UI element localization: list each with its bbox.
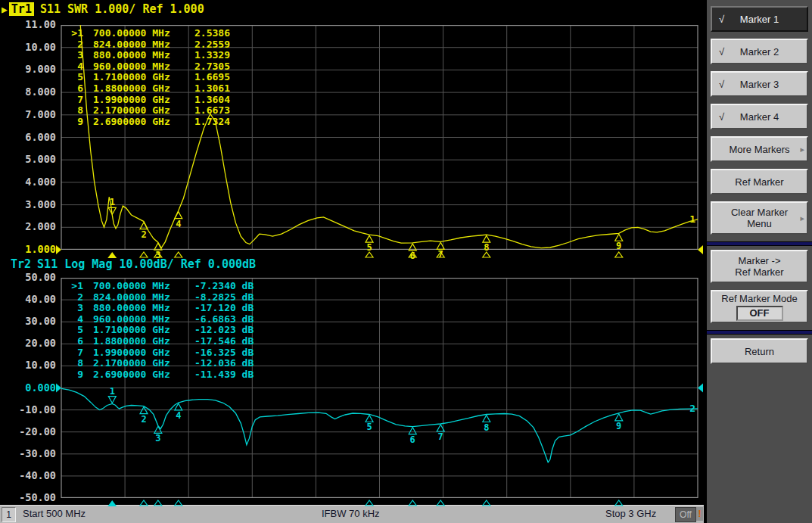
- menu-button-label: Marker 3: [740, 79, 779, 90]
- vna-application: ▶Tr1S11 SWR 1.000/ Ref 1.000 11.0010.009…: [0, 0, 812, 523]
- trace2-header: Tr2S11 Log Mag 10.00dB/ Ref 0.000dB: [11, 257, 256, 271]
- menu-button-return[interactable]: Return: [711, 338, 808, 364]
- y-axis-label: 20.00: [0, 337, 56, 349]
- active-trace-arrow-icon: ▶: [2, 4, 8, 15]
- marker-table-row: >1700.00000 MHz-7.2340 dB: [67, 281, 254, 292]
- marker-table-row: 2824.00000 MHz-8.2825 dB: [67, 292, 254, 304]
- marker-val: 1.3604: [194, 95, 230, 106]
- menu-button-label: Ref Marker Mode: [721, 293, 797, 304]
- marker-freq: 700.00000 MHz: [93, 281, 182, 292]
- marker-table-row: 61.8800000 GHz-17.546 dB: [67, 336, 254, 347]
- svg-text:9: 9: [616, 421, 621, 431]
- menu-separator: [707, 241, 812, 246]
- marker-val: 2.2559: [194, 39, 230, 51]
- marker-table-row: 71.9900000 GHz-16.325 dB: [67, 347, 254, 359]
- y-axis-label: 1.000: [0, 243, 56, 255]
- marker-freq: 1.9900000 GHz: [93, 347, 182, 359]
- marker-num: 2: [67, 39, 83, 51]
- menu-button-label: Clear Marker Menu: [731, 207, 788, 229]
- marker-table-row: 92.6900000 GHz1.7324: [67, 117, 230, 128]
- menu-button-marker-4[interactable]: √Marker 4: [711, 104, 808, 129]
- menu-button-ref-marker[interactable]: Ref Marker: [711, 169, 808, 195]
- marker-freq: 1.8800000 GHz: [93, 336, 182, 347]
- y-axis-label: 10.00: [0, 41, 56, 53]
- marker-freq: 824.00000 MHz: [93, 292, 182, 304]
- y-axis-label: 30.00: [0, 315, 56, 327]
- marker-val: -16.325 dB: [194, 347, 254, 359]
- marker-freq: 880.00000 MHz: [93, 50, 182, 61]
- submenu-arrow-icon: ▸: [800, 213, 804, 224]
- marker-val: -11.439 dB: [194, 369, 254, 381]
- marker-table-row: 51.7100000 GHz1.6695: [67, 72, 230, 83]
- trace1-format: S11 SWR 1.000/ Ref 1.000: [40, 2, 204, 16]
- start-frequency-label: Start 500 MHz: [23, 508, 86, 519]
- menu-separator: [707, 330, 812, 335]
- menu-button-label: Ref Marker: [735, 176, 783, 188]
- marker-val: -8.2825 dB: [194, 292, 254, 304]
- marker-freq: 960.00000 MHz: [93, 314, 182, 325]
- svg-text:4: 4: [176, 219, 181, 229]
- menu-button-marker-3[interactable]: √Marker 3: [711, 71, 808, 97]
- y-axis-label: 11.00: [0, 18, 56, 30]
- y-axis-label: 4.000: [0, 176, 56, 188]
- y-axis-label: 5.000: [0, 153, 56, 165]
- ifbw-label: IFBW 70 kHz: [322, 508, 380, 519]
- svg-text:1: 1: [110, 386, 115, 397]
- trace2-name: Tr2: [11, 257, 31, 271]
- checkmark-icon: √: [719, 46, 724, 58]
- y-axis-label: -20.00: [0, 425, 56, 437]
- marker-table-row: 92.6900000 GHz-11.439 dB: [67, 369, 254, 381]
- marker-table-row: 2824.00000 MHz2.2559: [67, 39, 230, 51]
- marker-num: 4: [67, 314, 83, 325]
- menu-button-label: More Markers: [729, 144, 789, 155]
- submenu-arrow-icon: ▸: [800, 144, 804, 155]
- marker-freq: 1.9900000 GHz: [93, 95, 182, 106]
- menu-button-label: Return: [745, 346, 774, 357]
- svg-text:7: 7: [438, 431, 443, 442]
- menu-button-marker-1[interactable]: √Marker 1: [711, 6, 808, 32]
- trace-end-label: 2: [689, 403, 695, 414]
- marker-val: -12.036 dB: [194, 358, 254, 369]
- y-axis-label: 9.000: [0, 63, 56, 75]
- menu-button-marker-ref-marker[interactable]: Marker -> Ref Marker: [711, 250, 808, 283]
- y-axis-label: -50.00: [0, 491, 56, 503]
- trace2-marker-table: >1700.00000 MHz-7.2340 dB2824.00000 MHz-…: [67, 281, 254, 380]
- marker-num: 7: [67, 95, 83, 106]
- marker-val: 2.7305: [194, 61, 230, 73]
- menu-button-more-markers[interactable]: More Markers▸: [711, 136, 808, 162]
- y-axis-label: 0.000: [0, 381, 56, 394]
- svg-text:5: 5: [366, 422, 372, 432]
- marker-val: 1.6673: [194, 105, 230, 117]
- menu-button-value: OFF: [736, 306, 783, 321]
- marker-freq: 2.6900000 GHz: [93, 369, 182, 381]
- marker-num: 5: [67, 72, 83, 83]
- marker-table-row: 4960.00000 MHz-6.6863 dB: [67, 314, 254, 325]
- menu-button-marker-2[interactable]: √Marker 2: [711, 39, 808, 64]
- marker-val: 1.3329: [194, 50, 230, 61]
- marker-val: 1.7324: [194, 117, 230, 128]
- y-axis-label: 6.000: [0, 131, 56, 143]
- vna-screen: ▶Tr1S11 SWR 1.000/ Ref 1.000 11.0010.009…: [0, 0, 704, 505]
- svg-text:2: 2: [141, 229, 146, 240]
- checkmark-icon: √: [719, 111, 724, 123]
- y-axis-label: -40.00: [0, 469, 56, 481]
- menu-button-ref-marker-mode[interactable]: Ref Marker ModeOFF: [711, 290, 808, 323]
- trace1-marker-table: >1700.00000 MHz2.53862824.00000 MHz2.255…: [67, 28, 230, 127]
- marker-val: -6.6863 dB: [194, 314, 254, 325]
- marker-num: 9: [67, 369, 83, 381]
- marker-table-row: 3880.00000 MHz1.3329: [67, 50, 230, 61]
- trace1-name: Tr1: [9, 2, 34, 16]
- marker-table-row: 61.8800000 GHz1.3061: [67, 83, 230, 95]
- marker-freq: 1.7100000 GHz: [93, 72, 182, 83]
- menu-button-clear-marker-menu[interactable]: Clear Marker Menu▸: [711, 201, 808, 235]
- y-axis-label: 7.000: [0, 108, 56, 120]
- marker-num: 7: [67, 347, 83, 359]
- checkmark-icon: √: [719, 79, 724, 90]
- stop-frequency-label: Stop 3 GHz: [605, 508, 656, 519]
- marker-freq: 824.00000 MHz: [93, 39, 182, 51]
- trace2-format: S11 Log Mag 10.00dB/ Ref 0.000dB: [37, 257, 256, 271]
- y-axis-label: 50.00: [0, 271, 56, 283]
- marker-val: -7.2340 dB: [194, 281, 254, 292]
- y-axis-label: -10.00: [0, 403, 56, 416]
- y-axis-label: 2.000: [0, 220, 56, 232]
